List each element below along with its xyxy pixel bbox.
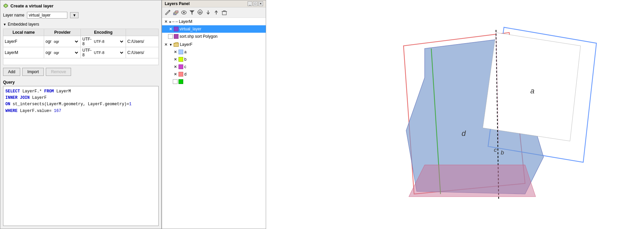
minimize-button[interactable]: _: [248, 1, 252, 6]
check-virtual[interactable]: ✕: [168, 27, 173, 31]
collapse-arrow-icon[interactable]: ▼: [3, 23, 6, 26]
embedded-layers-label: Embedded layers: [8, 22, 39, 27]
provider-select-wrap-0: ogr ogr: [45, 39, 79, 44]
remove-button[interactable]: Remove: [46, 68, 71, 76]
tree-label-layerm: LayerM: [179, 19, 192, 24]
expand-layerm[interactable]: ■: [169, 20, 171, 24]
label-a: a: [530, 87, 535, 95]
layer-name-dropdown[interactable]: ▼: [70, 12, 78, 18]
table-empty-row: [3, 58, 159, 65]
check-b[interactable]: ✕: [173, 57, 178, 62]
label-c: c: [494, 146, 497, 153]
local-name-cell-1: LayerM: [3, 47, 44, 58]
import-button[interactable]: Import: [22, 68, 44, 76]
path-cell-0: C:/Users/: [126, 36, 158, 47]
move-down-icon[interactable]: [204, 9, 212, 16]
provider-cell-1: ogr ogr: [44, 47, 81, 58]
query-line-2: INNER JOIN LayerF: [5, 95, 156, 101]
settings-icon[interactable]: [196, 9, 204, 16]
layers-tree: ✕ ■ ─ ─ LayerM ✕ virtual_layer sort.shp …: [162, 18, 266, 229]
layers-toolbar: [162, 7, 266, 18]
tree-label-a: a: [184, 50, 187, 54]
local-name-cell-0: LayerF: [3, 36, 44, 47]
close-button[interactable]: ✕: [258, 1, 263, 6]
label-d: d: [462, 129, 466, 138]
create-virtual-layer-panel: V Create a virtual layer Layer name ▼ ▼ …: [0, 0, 162, 229]
add-layer-icon[interactable]: [172, 9, 180, 16]
tree-item-sort-shp[interactable]: sort.shp sort Polygon: [162, 33, 266, 40]
buttons-row: Add Import Remove: [3, 68, 159, 76]
encoding-cell-0: UTF-8 UTF-8: [81, 36, 126, 47]
tree-label-virtual-layer: virtual_layer: [180, 27, 201, 31]
col-header-path: [126, 29, 158, 36]
tree-item-layerf[interactable]: ✕ ▼ LayerF: [162, 41, 266, 48]
provider-select-0[interactable]: ogr: [52, 39, 79, 44]
check-empty-row[interactable]: [173, 79, 178, 84]
virtual-layer-icon: V: [3, 3, 8, 8]
tree-label-b: b: [184, 57, 187, 62]
label-b: b: [501, 149, 504, 156]
query-editor[interactable]: SELECT LayerF.* FROM LayerM INNER JOIN L…: [3, 86, 159, 226]
add-button[interactable]: Add: [3, 68, 20, 76]
layer-name-input[interactable]: [27, 12, 67, 19]
expand-layerf[interactable]: ▼: [169, 43, 172, 47]
remove-layer-icon[interactable]: [221, 9, 228, 16]
check-a[interactable]: ✕: [173, 50, 178, 54]
filter-icon[interactable]: [188, 9, 196, 16]
tree-item-empty[interactable]: [162, 78, 266, 85]
provider-select-1[interactable]: ogr: [52, 50, 79, 55]
col-header-provider: Provider: [44, 29, 81, 36]
swatch-green: [179, 79, 183, 84]
visibility-icon[interactable]: [180, 9, 188, 16]
check-layerm[interactable]: ✕: [163, 19, 168, 24]
col-header-local: Local name: [3, 29, 44, 36]
layer-name-label: Layer name: [3, 13, 24, 18]
swatch-c: [179, 64, 183, 69]
tree-label-sort-shp: sort.shp sort Polygon: [180, 34, 218, 39]
encoding-select-wrap-0: UTF-8 UTF-8: [82, 37, 124, 46]
query-line-4: WHERE LayerF.value= 167: [5, 108, 156, 114]
tree-item-virtual-layer[interactable]: ✕ virtual_layer: [162, 25, 266, 33]
encoding-select-0[interactable]: UTF-8: [92, 39, 124, 44]
tree-label-layerf: LayerF: [180, 42, 192, 47]
embedded-layers-header: ▼ Embedded layers: [3, 22, 159, 27]
edit-layers-icon[interactable]: [164, 9, 171, 16]
check-c[interactable]: ✕: [173, 64, 178, 69]
panel-title-text: Create a virtual layer: [10, 3, 54, 8]
table-row: LayerF ogr ogr UTF-8 UTF-8 C:/Users/: [3, 36, 159, 47]
svg-text:V: V: [5, 5, 7, 7]
provider-cell-0: ogr ogr: [44, 36, 81, 47]
move-up-icon[interactable]: [213, 9, 220, 16]
swatch-a: [179, 50, 183, 54]
check-d[interactable]: ✕: [173, 72, 178, 77]
query-line-3: ON st_intersects(LayerM.geometry, LayerF…: [5, 101, 156, 108]
encoding-select-1[interactable]: UTF-8: [92, 50, 124, 55]
query-label: Query: [3, 80, 159, 85]
swatch-b: [179, 57, 183, 62]
svg-rect-7: [222, 11, 226, 15]
tree-item-layerm[interactable]: ✕ ■ ─ ─ LayerM: [162, 18, 266, 25]
swatch-virtual-layer: [174, 27, 179, 31]
path-cell-1: C:/Users/: [126, 47, 158, 58]
tree-item-d[interactable]: ✕ d: [162, 70, 266, 78]
map-view: d a c b: [266, 0, 644, 229]
check-layerf[interactable]: ✕: [163, 42, 168, 47]
tree-item-a[interactable]: ✕ a: [162, 48, 266, 56]
encoding-cell-1: UTF-8 UTF-8: [81, 47, 126, 58]
layers-panel: Layers Panel _ □ ✕: [162, 0, 266, 229]
svg-rect-8: [174, 43, 179, 47]
folder-icon: [173, 42, 179, 47]
panel-controls: _ □ ✕: [248, 1, 263, 6]
tree-item-c[interactable]: ✕ c: [162, 63, 266, 70]
table-row: LayerM ogr ogr UTF-8 UTF-8 C:/Users/: [3, 47, 159, 58]
check-sort-shp[interactable]: [168, 34, 173, 39]
tree-label-d: d: [184, 72, 187, 77]
svg-rect-4: [175, 11, 178, 13]
col-header-encoding: Encoding: [81, 29, 126, 36]
maximize-button[interactable]: □: [253, 1, 258, 6]
tree-label-c: c: [184, 64, 186, 69]
swatch-d: [179, 72, 183, 77]
tree-item-b[interactable]: ✕ b: [162, 56, 266, 63]
layers-panel-title: Layers Panel _ □ ✕: [162, 0, 266, 7]
map-canvas[interactable]: d a c b: [266, 0, 644, 229]
